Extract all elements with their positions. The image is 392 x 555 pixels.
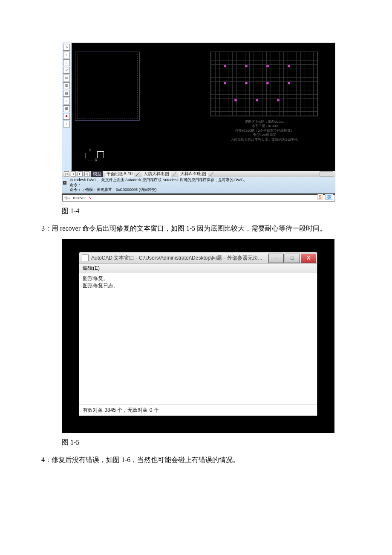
ucs-icon: Y │ └── X xyxy=(84,148,98,162)
close-button[interactable]: X xyxy=(301,254,316,263)
maximize-button[interactable]: □ xyxy=(285,254,300,263)
tab-layout[interactable]: 大样A-40出图 xyxy=(179,171,208,177)
tab-sep: ／ xyxy=(173,171,177,177)
figure-1-4: ∿ ○ ⌂ ⤢ ▭ ▥ ▤ ≡ ▦ A ▫ xyxy=(62,43,335,202)
menu-edit[interactable]: 编辑(E) xyxy=(83,265,100,271)
command-history: × Autodesk DWG。 此文件上次由 Autodesk 应用程序或 Au… xyxy=(62,177,335,194)
tab-scrollbar[interactable] xyxy=(320,171,333,176)
minimize-button[interactable]: ─ xyxy=(268,254,284,263)
anno-line: 消防区为A区，重配600#1 xyxy=(211,120,318,124)
text-cursor-icon: ⤡ xyxy=(88,196,92,200)
command-input-text: recover xyxy=(73,196,86,200)
tab-sep: ／ xyxy=(136,171,140,177)
tool-icon[interactable]: ≡ xyxy=(63,98,70,104)
tool-icon[interactable]: ⤢ xyxy=(63,67,70,74)
drawing-region-right xyxy=(210,52,318,116)
tool-icon[interactable]: ⌂ xyxy=(63,59,70,66)
paragraph-3: 3：用 recover 命令后出现修复的文本窗口，如图 1-5 因为底图比较大，… xyxy=(28,223,364,234)
command-input[interactable]: 键 ▸ recover ⤡ xyxy=(62,194,335,201)
tab-sep: ／ xyxy=(210,171,214,177)
text-line: 图形修复。 xyxy=(83,275,314,282)
tab-nav-first-icon[interactable]: |◂ xyxy=(64,171,69,176)
drawing-region-left xyxy=(75,52,140,121)
ime-lang-button[interactable]: 英 xyxy=(325,194,333,200)
tab-nav-prev-icon[interactable]: ◂ xyxy=(71,171,76,176)
window-titlebar[interactable]: AutoCAD 文本窗口 - C:\Users\Administrator\De… xyxy=(79,252,317,264)
layout-tabbar: |◂ ◂ ▸ ▸| 模型 平面出图A-10 ／ 人防大样出图 ／ 大样A-40出… xyxy=(62,171,335,177)
ucs-x-label: X xyxy=(95,158,98,162)
window-title: AutoCAD 文本窗口 - C:\Users\Administrator\De… xyxy=(91,254,268,262)
figure-caption: 图 1-5 xyxy=(62,438,364,447)
menubar: 编辑(E) xyxy=(79,264,317,273)
status-line: 有效对象 3845 个，无效对象 0 个 xyxy=(79,405,317,416)
tab-nav-next-icon[interactable]: ▸ xyxy=(78,171,83,176)
anno-line: 地下二层 -10.300 xyxy=(211,124,318,128)
tool-icon[interactable]: ∿ xyxy=(63,44,70,51)
tool-icon[interactable]: ▤ xyxy=(63,90,70,97)
command-line: Autodesk DWG。 此文件上次由 Autodesk 应用程序或 Auto… xyxy=(70,178,333,183)
tab-layout[interactable]: 人防大样出图 xyxy=(142,171,171,177)
ime-indicator: S 英 xyxy=(317,194,333,200)
anno-line: 停车位300辆（2个子母车位已经拆算） xyxy=(211,129,318,133)
drawing-canvas[interactable]: 消防区为A区，重配600#1 地下二层 -10.300 停车位300辆（2个子母… xyxy=(72,43,335,171)
figure-caption: 图 1-4 xyxy=(62,207,364,216)
tool-icon[interactable]: ▭ xyxy=(63,75,70,81)
paragraph-4: 4：修复后没有错误，如图 1-6，当然也可能会碰上有错误的情况。 xyxy=(28,454,364,465)
tool-icon[interactable]: ▫ xyxy=(63,121,70,127)
tool-icon[interactable]: A xyxy=(63,113,70,120)
tool-icon[interactable]: ▦ xyxy=(63,105,70,112)
text-line: 图形修复日志。 xyxy=(83,282,314,289)
figure-1-5: AutoCAD 文本窗口 - C:\Users\Administrator\De… xyxy=(62,239,334,433)
selection-box xyxy=(97,151,104,158)
text-window-body[interactable]: 图形修复。 图形修复日志。 xyxy=(79,273,317,405)
tab-model[interactable]: 模型 xyxy=(91,171,103,177)
command-line: 命令： xyxy=(70,183,333,188)
ucs-y-label: Y xyxy=(89,148,98,153)
ime-sogou-icon[interactable]: S xyxy=(317,194,323,200)
window-icon xyxy=(82,254,89,261)
anno-line: 套型120或四室 xyxy=(211,133,318,137)
command-line: 命令：；错误：出现异常：0xC0000005 (访问冲突) xyxy=(70,188,333,193)
text-window: AutoCAD 文本窗口 - C:\Users\Administrator\De… xyxy=(79,252,317,416)
tab-nav-last-icon[interactable]: ▸| xyxy=(84,171,89,176)
close-icon[interactable]: × xyxy=(63,181,66,185)
drawing-annotation: 消防区为A区，重配600#1 地下二层 -10.300 停车位300辆（2个子母… xyxy=(211,120,318,142)
command-prompt-icon: 键 ▸ xyxy=(64,196,70,200)
tab-layout[interactable]: 平面出图A-10 xyxy=(105,171,134,177)
anno-line: A位加款大约27度有人流，重新约为510平米 xyxy=(211,138,318,142)
vertical-toolbar: ∿ ○ ⌂ ⤢ ▭ ▥ ▤ ≡ ▦ A ▫ xyxy=(62,43,72,171)
tool-icon[interactable]: ▥ xyxy=(63,82,70,89)
tool-icon[interactable]: ○ xyxy=(63,52,70,58)
